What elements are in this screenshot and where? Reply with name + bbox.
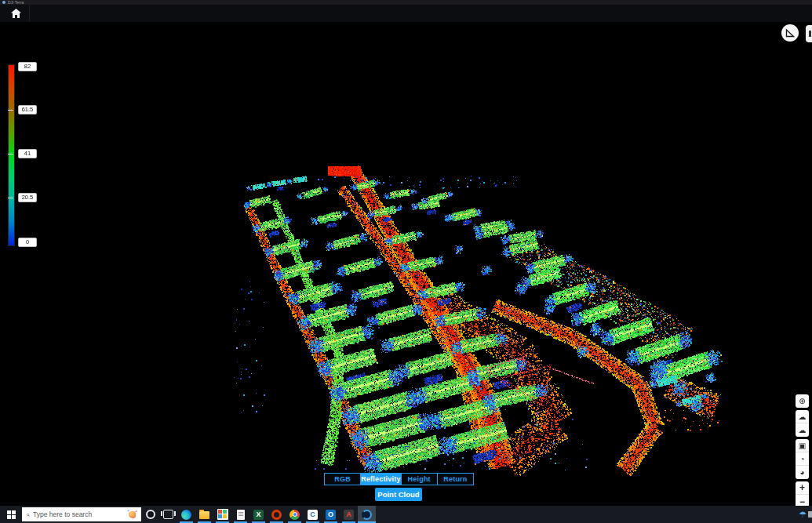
taskbar-search-input[interactable]: ⌕ Type here to search ✦✦ <box>22 507 141 521</box>
orbit-gimbal-icon: ⊕ <box>799 397 805 405</box>
weather-widget[interactable]: ☂ <box>799 506 812 523</box>
app-c-icon: C <box>308 510 318 520</box>
window-titlebar: DJI Terra <box>0 0 812 5</box>
edge-icon <box>181 510 191 520</box>
legend-value-min: 0 <box>18 238 37 247</box>
umbrella-weather-icon: ☂ <box>799 510 807 520</box>
home-icon <box>11 9 21 18</box>
excel-icon: X <box>253 510 264 520</box>
point-cloud-toggle-button[interactable]: Point Cloud <box>375 488 422 501</box>
dji-terra-icon <box>362 510 372 520</box>
file-explorer-icon <box>199 511 209 519</box>
taskbar-task-view-button[interactable] <box>159 506 177 523</box>
point-cloud-button[interactable]: ☁ <box>796 423 809 437</box>
window-title: DJI Terra <box>8 1 24 5</box>
home-button[interactable] <box>8 6 24 20</box>
search-highlights-icon: ✦✦ <box>126 509 137 520</box>
sphere-light-button[interactable]: ◔ <box>796 452 809 466</box>
toolbar-group-display: ▣ ◔ ◕ <box>796 439 809 479</box>
point-cloud-download-button[interactable]: ☁ <box>796 410 809 423</box>
office-icon <box>271 510 282 520</box>
app-header <box>0 5 812 22</box>
app-icon <box>2 1 5 4</box>
sphere-dark-button[interactable]: ◕ <box>796 466 809 479</box>
cloud-icon: ☁ <box>799 426 807 434</box>
task-view-icon <box>163 510 173 519</box>
clipped-weather-text <box>808 511 812 518</box>
windows-logo-icon <box>7 510 16 519</box>
toolbar-group-orbit: ⊕ <box>796 394 809 408</box>
taskbar-dji-terra-button[interactable] <box>358 506 376 523</box>
tab-rgb[interactable]: RGB <box>324 473 361 485</box>
toolbar-group-cloud: ☁ ☁ <box>796 410 809 437</box>
legend-tick <box>8 154 13 154</box>
point-cloud-viewport[interactable] <box>0 0 812 506</box>
color-mode-tabs: RGB Reflectivity Height Return <box>324 473 474 485</box>
taskbar-store-button[interactable] <box>213 506 231 523</box>
viewport-toolbar: ⊕ ☁ ☁ ▣ ◔ ◕ + − <box>796 394 809 510</box>
legend-value-2: 61.5 <box>18 105 37 114</box>
taskbar-chrome-button[interactable] <box>286 506 304 523</box>
taskbar-office-button[interactable] <box>268 506 286 523</box>
taskbar-tray: ☂ <box>799 506 812 523</box>
tab-return[interactable]: Return <box>437 473 474 485</box>
taskbar-cortana-button[interactable] <box>141 506 159 523</box>
taskbar-file-explorer-button[interactable] <box>195 506 213 523</box>
legend-gradient-bar <box>8 64 15 246</box>
tab-height[interactable]: Height <box>401 473 438 485</box>
header-divider <box>29 5 30 22</box>
legend-tick <box>8 110 13 111</box>
tab-reflectivity[interactable]: Reflectivity <box>360 473 401 485</box>
cloud-download-icon: ☁ <box>799 412 807 421</box>
chrome-icon <box>289 510 300 520</box>
start-button[interactable] <box>0 506 22 523</box>
taskbar-notepad-button[interactable] <box>231 506 249 523</box>
legend-value-4: 20.5 <box>18 193 37 202</box>
app-window: DJI Terra 82 61.5 41 20.5 0 ⊕ <box>0 0 812 523</box>
taskbar-excel-button[interactable]: X <box>249 506 268 523</box>
toolbar-group-zoom: + − <box>796 481 809 508</box>
legend-value-3: 41 <box>18 149 37 158</box>
cortana-icon <box>146 510 155 519</box>
display-mode-button[interactable]: ▣ <box>796 439 809 452</box>
sphere-light-icon: ◔ <box>799 455 804 463</box>
search-icon: ⌕ <box>26 510 30 519</box>
acrobat-icon: A <box>344 510 354 520</box>
outlook-icon: O <box>326 510 336 520</box>
notepad-icon <box>237 510 245 520</box>
measure-tool-button[interactable] <box>781 24 799 42</box>
set-square-ruler-icon <box>785 28 795 38</box>
legend-value-max: 82 <box>18 62 37 71</box>
taskbar-app-c-button[interactable]: C <box>304 506 322 523</box>
chevron-icon <box>809 31 811 37</box>
orbit-gimbal-button[interactable]: ⊕ <box>796 394 809 408</box>
store-grid-icon <box>217 509 228 520</box>
taskbar-acrobat-button[interactable]: A <box>340 506 358 523</box>
sphere-dark-icon: ◕ <box>799 468 804 477</box>
zoom-in-button[interactable]: + <box>796 481 809 495</box>
collapsed-panel-handle[interactable] <box>806 25 812 42</box>
search-placeholder: Type here to search <box>33 510 123 518</box>
display-icon: ▣ <box>799 441 806 450</box>
taskbar-outlook-button[interactable]: O <box>322 506 340 523</box>
taskbar-edge-button[interactable] <box>177 506 195 523</box>
windows-taskbar: ⌕ Type here to search ✦✦ X C O A ☂ <box>0 506 812 523</box>
legend-tick <box>8 198 13 198</box>
plus-icon: + <box>799 482 805 493</box>
